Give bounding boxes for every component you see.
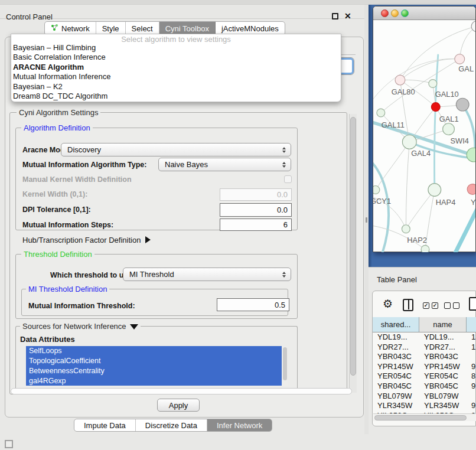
- table-cell: 9.: [467, 381, 476, 392]
- mi-threshold-label: Mutual Information Threshold:: [28, 302, 135, 310]
- data-attribute-item[interactable]: gal4RGexp: [26, 376, 282, 386]
- tab-infer-network[interactable]: Infer Network: [207, 419, 272, 431]
- sources-legend[interactable]: Sources for Network Inference: [20, 322, 141, 331]
- node-attribute-table[interactable]: shared...nameYDL19...YDL19...13YDR27...Y…: [373, 317, 476, 420]
- attributes-scrollbar-thumb[interactable]: [283, 347, 287, 380]
- attributes-scrollbar[interactable]: [282, 346, 288, 386]
- tab-cyni-toolbox[interactable]: Cyni Toolbox: [159, 22, 216, 35]
- data-attribute-item[interactable]: SelfLoops: [26, 346, 282, 356]
- kernel-width-field[interactable]: 0.0: [220, 188, 292, 201]
- network-edge[interactable]: [406, 142, 409, 229]
- network-canvas[interactable]: GALGAL80GAL10GAL1SWI4GAL11GAL4GCY1HAP4YH…: [373, 20, 475, 252]
- network-view-window[interactable]: GALGAL80GAL10GAL1SWI4GAL11GAL4GCY1HAP4YH…: [373, 6, 476, 252]
- tab-select[interactable]: Select: [126, 22, 159, 35]
- settings-horizontal-scrollbar[interactable]: [11, 388, 352, 394]
- network-node[interactable]: [402, 135, 416, 149]
- select-all-checks-icon[interactable]: ✓✓: [423, 302, 438, 309]
- table-cell: YBL079W: [373, 392, 419, 402]
- table-row[interactable]: YER054CYER054C8.: [373, 371, 476, 381]
- table-row[interactable]: YPR145WYPR145W9.: [373, 362, 476, 372]
- network-node[interactable]: [373, 186, 380, 194]
- algorithm-option[interactable]: Bayesian – Hill Climbing: [11, 43, 341, 53]
- table-cell: YBR043C: [419, 352, 467, 362]
- node-label: GAL: [458, 64, 474, 73]
- network-node[interactable]: [402, 225, 410, 233]
- manual-kernel-width-checkbox[interactable]: [284, 175, 292, 183]
- tab-jactivemnodules[interactable]: jActiveMNodules: [216, 22, 285, 35]
- table-column-header[interactable]: shared...: [373, 317, 419, 332]
- table-horizontal-scrollbar[interactable]: [373, 413, 476, 421]
- mi-steps-field[interactable]: 6: [220, 219, 292, 231]
- algorithm-option[interactable]: ARACNE Algorithm: [11, 63, 341, 72]
- threshold-definition-legend: Threshold Definition: [21, 250, 94, 259]
- table-column-header[interactable]: [467, 317, 476, 332]
- network-node[interactable]: [377, 109, 385, 117]
- network-node[interactable]: [467, 148, 475, 162]
- function-builder-icon[interactable]: [469, 297, 476, 311]
- table-row[interactable]: YDL19...YDL19...13: [373, 332, 476, 343]
- kernel-width-label: Kernel Width (0,1):: [22, 190, 87, 198]
- node-label: GAL4: [411, 149, 431, 158]
- network-edge[interactable]: [464, 107, 475, 153]
- algorithm-option[interactable]: Mutual Information Inference: [11, 72, 341, 81]
- mi-threshold-field[interactable]: 0.5: [217, 298, 289, 311]
- table-cell: YBR045C: [373, 381, 419, 392]
- network-node[interactable]: [456, 98, 469, 111]
- mi-algorithm-type-combobox[interactable]: Naive Bayes: [158, 158, 291, 171]
- apply-button[interactable]: Apply: [157, 399, 200, 412]
- data-attributes-list[interactable]: SelfLoopsTopologicalCoefficientBetweenne…: [26, 346, 282, 386]
- network-window-titlebar[interactable]: [373, 6, 475, 20]
- dpi-tolerance-field[interactable]: 0.0: [220, 203, 292, 217]
- table-row[interactable]: YBL079WYBL079W: [373, 392, 476, 402]
- tab-network[interactable]: Network: [45, 22, 96, 35]
- network-edge[interactable]: [406, 190, 434, 229]
- settings-scrollbar[interactable]: [349, 114, 357, 393]
- data-attribute-item[interactable]: TopologicalCoefficient: [26, 356, 282, 366]
- network-edge[interactable]: [376, 142, 409, 190]
- data-attribute-item[interactable]: BetweennessCentrality: [26, 366, 282, 376]
- close-icon[interactable]: ✕: [344, 11, 351, 21]
- table-column-header[interactable]: name: [419, 317, 467, 332]
- collapsed-panel-icon[interactable]: [5, 440, 13, 448]
- network-node[interactable]: [431, 103, 440, 112]
- hub-definition-expander[interactable]: Hub/Transcription Factor Definition: [22, 236, 151, 244]
- deselect-all-checks-icon[interactable]: [444, 302, 459, 309]
- gear-icon[interactable]: ⚙: [383, 297, 393, 311]
- desktop-edge-shade: [369, 5, 372, 267]
- algorithm-option[interactable]: Dream8 DC_TDC Algorithm: [11, 92, 341, 101]
- zoom-traffic-light-icon[interactable]: [401, 9, 409, 17]
- algorithm-option[interactable]: Bayesian – K2: [11, 82, 341, 92]
- network-node[interactable]: [455, 54, 465, 64]
- tab-discretize-data[interactable]: Discretize Data: [136, 419, 207, 431]
- which-threshold-combobox[interactable]: MI Threshold: [123, 268, 291, 281]
- table-row[interactable]: YLR345WYLR345W9.: [373, 401, 476, 411]
- network-edge[interactable]: [459, 27, 475, 59]
- network-node[interactable]: [429, 80, 437, 88]
- table-cell: 9.: [467, 401, 476, 411]
- network-node[interactable]: [428, 184, 441, 197]
- settings-scrollbar-thumb[interactable]: [350, 117, 356, 376]
- tab-impute-data[interactable]: Impute Data: [74, 419, 136, 431]
- minimize-traffic-light-icon[interactable]: [391, 9, 399, 17]
- table-cell: YER054C: [373, 371, 419, 381]
- algorithm-option[interactable]: Basic Correlation Inference: [11, 53, 341, 62]
- aracne-mode-combobox[interactable]: Discovery: [61, 143, 291, 156]
- table-row[interactable]: YBR045CYBR045C9.: [373, 381, 476, 392]
- network-edge[interactable]: [435, 55, 438, 188]
- network-node[interactable]: [443, 123, 455, 135]
- node-label: SWI4: [450, 136, 468, 145]
- network-node[interactable]: [421, 245, 429, 252]
- splitter-grip-icon[interactable]: [366, 217, 367, 223]
- network-node[interactable]: [467, 184, 475, 195]
- tab-network-label: Network: [61, 24, 90, 33]
- network-edge[interactable]: [454, 207, 475, 252]
- close-traffic-light-icon[interactable]: [381, 9, 389, 17]
- table-row[interactable]: YDR27...YDR27...12: [373, 343, 476, 353]
- table-hscroll-thumb[interactable]: [374, 415, 467, 420]
- network-node[interactable]: [395, 75, 405, 85]
- columns-icon[interactable]: [403, 299, 413, 311]
- table-row[interactable]: YBR043CYBR043C: [373, 352, 476, 362]
- float-icon[interactable]: [332, 13, 338, 19]
- tab-style[interactable]: Style: [96, 22, 126, 35]
- table-cell: 13: [467, 332, 476, 343]
